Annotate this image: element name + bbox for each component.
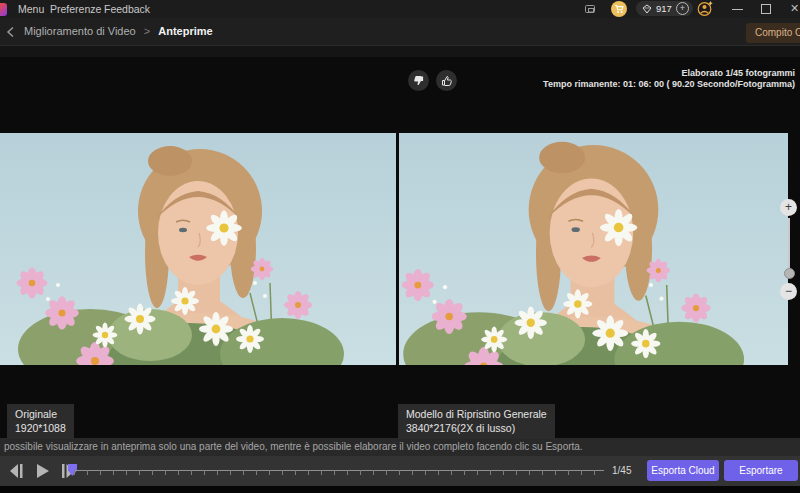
thumbs-up-button[interactable] bbox=[436, 70, 457, 91]
export-button[interactable]: Esportare bbox=[724, 460, 798, 481]
previous-frame-button[interactable] bbox=[8, 463, 26, 479]
original-title: Originale bbox=[15, 407, 66, 421]
credits-count: 917 bbox=[656, 3, 672, 14]
maximize-button[interactable] bbox=[761, 4, 771, 14]
app-logo-icon bbox=[0, 3, 7, 16]
original-preview-video[interactable] bbox=[0, 133, 396, 365]
breadcrumb-bar: Miglioramento di Video > Anteprime bbox=[0, 18, 800, 46]
account-icon[interactable] bbox=[697, 1, 714, 17]
preview-notice-text: possibile visualizzare in anteprima solo… bbox=[0, 438, 800, 456]
enhanced-preview-video[interactable] bbox=[399, 133, 788, 365]
zoom-slider-track[interactable] bbox=[788, 218, 790, 272]
minimize-button[interactable] bbox=[732, 9, 743, 10]
zoom-in-button[interactable]: + bbox=[780, 199, 797, 216]
processing-status: Elaborato 1/45 fotogrammi Tempo rimanent… bbox=[543, 68, 795, 89]
title-bar: Menu Preferenze Feedback 917 + bbox=[0, 0, 800, 18]
back-chevron-icon[interactable] bbox=[6, 26, 15, 38]
timeline-ticks bbox=[74, 470, 605, 475]
frame-counter: 1/45 bbox=[612, 465, 631, 476]
enhanced-resolution: 3840*2176(2X di lusso) bbox=[406, 421, 547, 435]
remaining-time-text: Tempo rimanente: 01: 06: 00 ( 90.20 Seco… bbox=[543, 79, 795, 90]
preferences-button[interactable]: Preferenze bbox=[50, 3, 101, 15]
credits-pill[interactable]: 917 + bbox=[636, 1, 693, 16]
original-resolution-label: Originale 1920*1088 bbox=[7, 404, 74, 439]
thumbs-down-icon bbox=[413, 75, 425, 87]
add-credits-icon[interactable]: + bbox=[676, 2, 689, 15]
close-button[interactable]: ✕ bbox=[790, 2, 799, 15]
play-button[interactable] bbox=[34, 463, 52, 479]
breadcrumb-parent[interactable]: Miglioramento di Video bbox=[24, 25, 136, 37]
breadcrumb-separator: > bbox=[144, 25, 150, 37]
breadcrumb-current: Anteprime bbox=[158, 25, 212, 37]
feedback-button[interactable]: Feedback bbox=[104, 3, 150, 15]
menu-button[interactable]: Menu bbox=[18, 3, 44, 15]
store-cart-icon[interactable] bbox=[611, 1, 627, 17]
zoom-out-button[interactable]: − bbox=[780, 283, 797, 300]
thumbs-down-button[interactable] bbox=[408, 70, 429, 91]
player-bar: 1/45 Esporta Cloud Esportare bbox=[0, 456, 800, 486]
cloud-task-button[interactable]: Compito Cloud bbox=[746, 23, 800, 43]
export-cloud-button[interactable]: Esporta Cloud bbox=[647, 460, 719, 481]
mini-window-icon[interactable] bbox=[584, 3, 597, 15]
processed-frames-text: Elaborato 1/45 fotogrammi bbox=[543, 68, 795, 79]
enhanced-resolution-label: Modello di Ripristino Generale 3840*2176… bbox=[398, 404, 555, 439]
zoom-slider-handle[interactable] bbox=[784, 268, 795, 279]
enhanced-model-title: Modello di Ripristino Generale bbox=[406, 407, 547, 421]
breadcrumb: Miglioramento di Video > Anteprime bbox=[24, 25, 213, 37]
thumbs-up-icon bbox=[441, 75, 453, 87]
bottom-strip bbox=[0, 486, 800, 493]
app-window: Menu Preferenze Feedback 917 + bbox=[0, 0, 800, 493]
diamond-icon bbox=[642, 4, 652, 14]
original-resolution: 1920*1088 bbox=[15, 421, 66, 435]
stage-top-band bbox=[0, 46, 800, 57]
